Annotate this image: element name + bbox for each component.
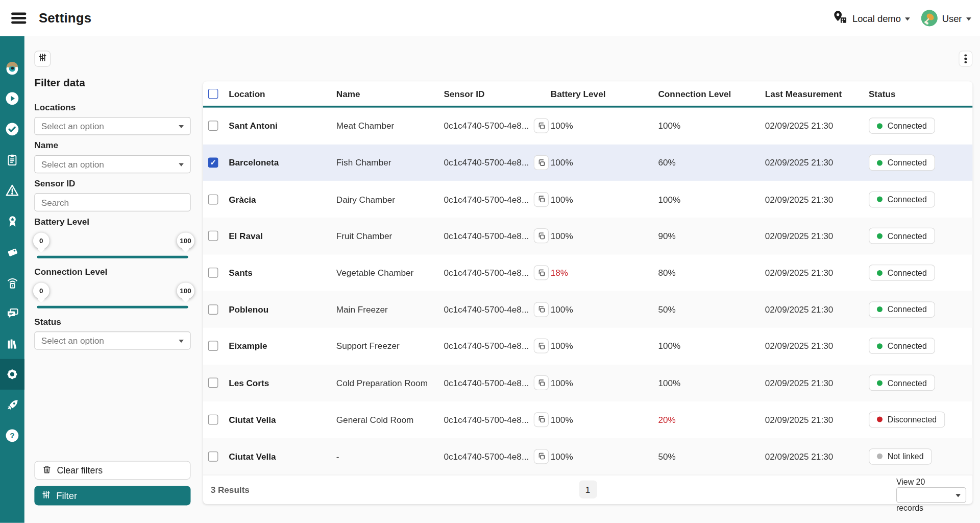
row-checkbox[interactable]	[208, 268, 218, 278]
row-checkbox[interactable]	[208, 341, 218, 351]
table-row[interactable]: Barceloneta Fish Chamber 0c1c4740-5700-4…	[203, 144, 972, 181]
name-label: Name	[34, 140, 190, 150]
select-all-checkbox[interactable]	[208, 88, 218, 99]
row-last-measurement: 02/09/2025 21:30	[760, 194, 864, 204]
connection-min-handle[interactable]: 0	[33, 282, 50, 299]
battery-slider-track[interactable]	[37, 256, 188, 258]
row-battery-level: 100%	[546, 231, 653, 241]
sensor-station-icon	[5, 275, 19, 289]
settings-gear-icon	[5, 367, 19, 382]
column-header-status[interactable]: Status	[864, 88, 972, 99]
sidebar-item-tickets[interactable]	[0, 236, 24, 267]
row-checkbox[interactable]	[208, 304, 218, 315]
sidebar-item-sensors[interactable]	[0, 267, 24, 298]
sidebar-item-awards[interactable]	[0, 206, 24, 236]
location-building-icon	[832, 10, 848, 27]
org-switcher[interactable]: Local demo	[832, 10, 911, 27]
table-row[interactable]: Gràcia Dairy Chamber 0c1c4740-5700-4e8..…	[203, 181, 972, 218]
sidebar-item-library[interactable]	[0, 328, 24, 359]
ticket-icon	[5, 245, 19, 258]
status-badge: Connected	[869, 118, 935, 134]
connection-slider-track[interactable]	[37, 306, 188, 308]
trash-icon	[42, 465, 51, 476]
connection-max-handle[interactable]: 100	[177, 282, 194, 299]
row-checkbox[interactable]	[208, 121, 218, 131]
column-header-battery[interactable]: Battery Level	[546, 88, 653, 99]
table-row[interactable]: Ciutat Vella General Cold Room 0c1c4740-…	[203, 401, 972, 438]
sidebar-item-settings[interactable]	[0, 359, 24, 390]
sensor-id-search-input[interactable]	[34, 193, 190, 211]
user-label: User	[942, 13, 962, 23]
battery-min-handle[interactable]: 0	[33, 233, 50, 249]
table-row[interactable]: Poblenou Main Freezer 0c1c4740-5700-4e8.…	[203, 291, 972, 328]
column-header-sensor-id[interactable]: Sensor ID	[439, 88, 546, 99]
sidebar-item-launch[interactable]	[0, 390, 24, 420]
column-header-last-measurement[interactable]: Last Measurement	[760, 88, 864, 99]
status-label: Connected	[888, 268, 927, 277]
row-battery-level: 100%	[546, 415, 653, 425]
apply-filter-button[interactable]: Filter	[34, 486, 190, 505]
filter-collapse-button[interactable]	[34, 51, 51, 67]
status-label: Connected	[888, 342, 927, 351]
pagination-page-1-button[interactable]: 1	[579, 481, 597, 499]
status-badge: Connected	[869, 375, 935, 391]
row-last-measurement: 02/09/2025 21:30	[760, 268, 864, 278]
locations-select[interactable]: Select an option	[34, 117, 190, 135]
sidebar-item-play[interactable]	[0, 83, 24, 114]
row-checkbox[interactable]	[208, 158, 218, 168]
status-badge: Connected	[869, 191, 935, 207]
award-icon	[5, 214, 19, 228]
row-checkbox[interactable]	[208, 378, 218, 388]
clear-filters-button[interactable]: Clear filters	[34, 461, 190, 480]
column-header-connection[interactable]: Connection Level	[653, 88, 760, 99]
org-label: Local demo	[852, 13, 901, 23]
table-row[interactable]: Sant Antoni Meat Chamber 0c1c4740-5700-4…	[203, 108, 972, 145]
table-row[interactable]: Sants Vegetable Chamber 0c1c4740-5700-4e…	[203, 254, 972, 291]
row-last-measurement: 02/09/2025 21:30	[760, 121, 864, 131]
row-battery-level: 100%	[546, 194, 653, 204]
row-sensor-id: 0c1c4740-5700-4e8...	[444, 194, 529, 204]
table-row[interactable]: Eixample Support Freezer 0c1c4740-5700-4…	[203, 328, 972, 365]
row-checkbox[interactable]	[208, 194, 218, 204]
status-dot-icon	[877, 417, 883, 422]
row-name: Fish Chamber	[331, 158, 439, 168]
row-battery-level: 100%	[546, 341, 653, 351]
table-options-button[interactable]	[959, 51, 972, 67]
status-select[interactable]: Select an option	[34, 331, 190, 350]
status-label: Status	[34, 317, 190, 327]
name-select[interactable]: Select an option	[34, 155, 190, 174]
status-badge: Disconnected	[869, 412, 945, 428]
records-per-page-select[interactable]	[896, 487, 966, 503]
table-row[interactable]: Ciutat Vella - 0c1c4740-5700-4e8... 100%…	[203, 438, 972, 474]
table-row[interactable]: Les Corts Cold Preparation Room 0c1c4740…	[203, 365, 972, 401]
sidebar-item-help[interactable]: ?	[0, 420, 24, 451]
battery-level-slider[interactable]: 0 100	[34, 233, 190, 262]
sidebar-item-alerts[interactable]	[0, 175, 24, 206]
play-icon	[5, 91, 19, 106]
connection-level-label: Connection Level	[34, 267, 190, 277]
table-row[interactable]: El Raval Fruit Chamber 0c1c4740-5700-4e8…	[203, 218, 972, 254]
view-records-label-bottom: records	[896, 504, 923, 513]
row-checkbox[interactable]	[208, 415, 218, 425]
row-location: Les Corts	[224, 378, 331, 388]
sidebar-item-logo[interactable]	[0, 53, 24, 83]
column-header-location[interactable]: Location	[224, 88, 331, 99]
row-sensor-id: 0c1c4740-5700-4e8...	[444, 121, 529, 131]
row-connection-level: 90%	[653, 231, 760, 241]
sidebar-item-messages[interactable]	[0, 298, 24, 328]
row-checkbox[interactable]	[208, 231, 218, 241]
sidebar-item-tasks-check[interactable]	[0, 114, 24, 145]
menu-toggle-button[interactable]	[11, 12, 26, 23]
sidebar: ?	[0, 36, 24, 523]
row-sensor-id: 0c1c4740-5700-4e8...	[444, 268, 529, 278]
user-menu[interactable]: User	[921, 10, 971, 27]
clipboard-icon	[6, 153, 19, 167]
data-table: Location Name Sensor ID Battery Level Co…	[203, 81, 972, 504]
kebab-menu-icon	[965, 54, 967, 56]
row-checkbox[interactable]	[208, 451, 218, 462]
battery-max-handle[interactable]: 100	[177, 233, 194, 249]
connection-level-slider[interactable]: 0 100	[34, 282, 190, 311]
column-header-name[interactable]: Name	[331, 88, 439, 99]
sidebar-item-checklist[interactable]	[0, 145, 24, 175]
row-connection-level: 80%	[653, 268, 760, 278]
